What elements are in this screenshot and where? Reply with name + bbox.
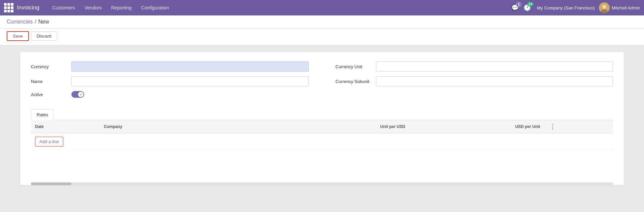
- nav-user[interactable]: Mitchell Admin: [612, 5, 640, 10]
- horizontal-scrollbar[interactable]: [31, 182, 613, 185]
- toggle-knob: ✓: [78, 92, 83, 97]
- chat-badge: 5: [516, 2, 521, 7]
- breadcrumb: Currencies / New: [0, 15, 644, 29]
- svg-point-1: [602, 5, 606, 9]
- nav-avatar[interactable]: [599, 2, 610, 13]
- currency-subunit-label: Currency Subunit: [336, 79, 376, 84]
- active-toggle-wrap: ✓: [71, 91, 84, 98]
- tab-rates[interactable]: Rates: [31, 109, 54, 120]
- name-input[interactable]: [71, 76, 309, 86]
- nav-customers[interactable]: Customers: [47, 0, 80, 15]
- tab-bar: Rates: [31, 109, 613, 120]
- nav-reporting[interactable]: Reporting: [106, 0, 136, 15]
- col-usd-per-unit: USD per Unit: [409, 120, 544, 133]
- table-column-menu-icon[interactable]: ⋮: [548, 123, 557, 130]
- table-add-row: Add a line: [31, 133, 613, 150]
- bottom-spacer: [31, 150, 613, 177]
- currency-label: Currency: [31, 64, 71, 69]
- col-menu: ⋮: [544, 120, 613, 133]
- nav-configuration[interactable]: Configuration: [136, 0, 174, 15]
- currency-row: Currency: [31, 61, 309, 72]
- currency-unit-input[interactable]: [376, 61, 613, 72]
- col-unit-per-usd: Unit per USD: [274, 120, 409, 133]
- nav-brand[interactable]: Invoicing: [17, 4, 39, 11]
- clock-icon-btn[interactable]: 🕐 24: [522, 3, 532, 13]
- currency-subunit-input[interactable]: [376, 76, 613, 86]
- table-header: Date Company Unit per USD USD per Unit ⋮: [31, 120, 613, 133]
- currency-input[interactable]: [71, 61, 309, 72]
- currency-subunit-row: Currency Subunit: [336, 76, 613, 86]
- apps-icon[interactable]: [4, 3, 13, 12]
- discard-button[interactable]: Discard: [31, 32, 57, 41]
- col-spacer1: [208, 120, 241, 133]
- form-card: Currency Name Active ✓: [20, 52, 624, 185]
- col-company: Company: [100, 120, 208, 133]
- form-grid: Currency Name Active ✓: [31, 61, 613, 102]
- currency-unit-label: Currency Unit: [336, 64, 376, 69]
- clock-badge: 24: [527, 2, 534, 6]
- name-label: Name: [31, 79, 71, 84]
- add-line-cell: Add a line: [31, 133, 613, 150]
- form-right: Currency Unit Currency Subunit: [336, 61, 613, 102]
- nav-company[interactable]: My Company (San Francisco): [537, 5, 595, 10]
- table-body: Add a line: [31, 133, 613, 150]
- breadcrumb-separator: /: [35, 19, 36, 25]
- breadcrumb-current: New: [38, 19, 49, 25]
- nav-right: 💬 5 🕐 24 My Company (San Francisco) Mitc…: [510, 2, 640, 13]
- active-row: Active ✓: [31, 91, 309, 98]
- form-left: Currency Name Active ✓: [31, 61, 309, 102]
- col-date: Date: [31, 120, 100, 133]
- chat-icon-btn[interactable]: 💬 5: [510, 3, 520, 13]
- save-button[interactable]: Save: [7, 31, 29, 41]
- currency-unit-row: Currency Unit: [336, 61, 613, 72]
- active-label: Active: [31, 92, 71, 97]
- col-spacer2: [241, 120, 274, 133]
- scrollbar-thumb[interactable]: [31, 182, 71, 185]
- nav-vendors[interactable]: Vendors: [80, 0, 106, 15]
- main-content: Currency Name Active ✓: [0, 45, 644, 192]
- add-line-button[interactable]: Add a line: [35, 137, 63, 146]
- rates-table: Date Company Unit per USD USD per Unit ⋮: [31, 120, 613, 150]
- breadcrumb-parent[interactable]: Currencies: [7, 19, 33, 25]
- active-toggle[interactable]: ✓: [71, 91, 84, 98]
- action-bar: Save Discard: [0, 29, 644, 45]
- top-nav: Invoicing Customers Vendors Reporting Co…: [0, 0, 644, 15]
- toggle-check-icon: ✓: [79, 93, 82, 96]
- name-row: Name: [31, 76, 309, 86]
